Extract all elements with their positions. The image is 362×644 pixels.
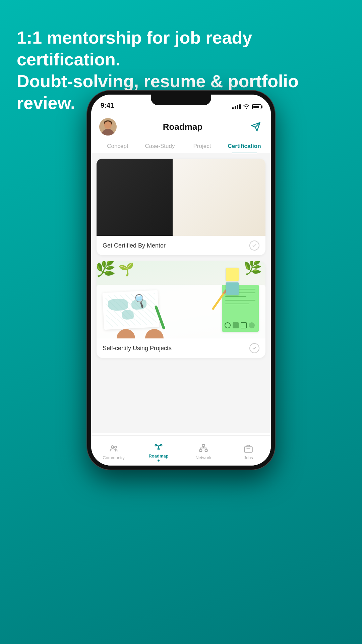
card-selfcertify-check[interactable] bbox=[249, 343, 259, 353]
network-icon bbox=[199, 444, 208, 453]
app-content: Roadmap Concept Case-Study Project Certi… bbox=[91, 112, 271, 435]
avatar[interactable] bbox=[99, 118, 117, 136]
headline-line1: 1:1 mentorship for job ready certificati… bbox=[17, 28, 252, 69]
jobs-icon bbox=[244, 444, 253, 453]
status-time: 9:41 bbox=[101, 102, 114, 109]
roadmap-icon bbox=[154, 442, 163, 452]
card-certification[interactable]: Get Certified By Mentor bbox=[97, 159, 265, 255]
phone-device: 9:41 bbox=[87, 91, 275, 470]
tab-casestudy[interactable]: Case-Study bbox=[139, 140, 181, 153]
tab-project[interactable]: Project bbox=[181, 140, 223, 153]
notch bbox=[151, 95, 211, 105]
nav-label-jobs: Jobs bbox=[244, 455, 253, 460]
tab-bar: Concept Case-Study Project Certification bbox=[91, 140, 271, 153]
tab-concept[interactable]: Concept bbox=[97, 140, 139, 153]
battery-icon bbox=[252, 104, 261, 109]
nav-item-roadmap[interactable]: Roadmap bbox=[136, 440, 181, 462]
roadmap-active-dot bbox=[158, 460, 160, 462]
nav-label-roadmap: Roadmap bbox=[148, 453, 168, 459]
nav-item-community[interactable]: Community bbox=[91, 441, 136, 460]
card-selfcertify-footer: Self-certify Using Projects bbox=[97, 338, 265, 358]
card-certification-footer: Get Certified By Mentor bbox=[97, 236, 265, 255]
header-title: Roadmap bbox=[163, 122, 202, 132]
card-certification-image bbox=[97, 159, 265, 236]
svg-rect-8 bbox=[244, 447, 252, 452]
nav-label-community: Community bbox=[103, 455, 125, 460]
card-certification-label: Get Certified By Mentor bbox=[103, 242, 166, 249]
tab-certification[interactable]: Certification bbox=[223, 140, 265, 153]
card-certification-check[interactable] bbox=[249, 240, 259, 251]
svg-point-0 bbox=[111, 445, 114, 448]
card-selfcertify-image: 🌿 🌱 🌿 bbox=[97, 261, 265, 338]
bottom-nav: Community Roadmap bbox=[91, 435, 271, 466]
card-selfcertify-label: Self-certify Using Projects bbox=[103, 345, 172, 352]
nav-label-network: Network bbox=[195, 455, 212, 460]
app-header: Roadmap bbox=[91, 112, 271, 140]
svg-point-1 bbox=[115, 446, 117, 448]
send-button[interactable] bbox=[249, 120, 263, 134]
nav-item-network[interactable]: Network bbox=[181, 441, 226, 460]
wifi-icon bbox=[243, 104, 249, 109]
signal-icon bbox=[232, 104, 241, 109]
card-selfcertify[interactable]: 🌿 🌱 🌿 bbox=[97, 261, 265, 358]
phone-screen: 9:41 bbox=[91, 95, 271, 466]
community-icon bbox=[109, 444, 118, 453]
nav-item-jobs[interactable]: Jobs bbox=[226, 441, 271, 460]
scroll-area: Get Certified By Mentor 🌿 bbox=[91, 153, 271, 433]
status-icons bbox=[232, 104, 261, 109]
